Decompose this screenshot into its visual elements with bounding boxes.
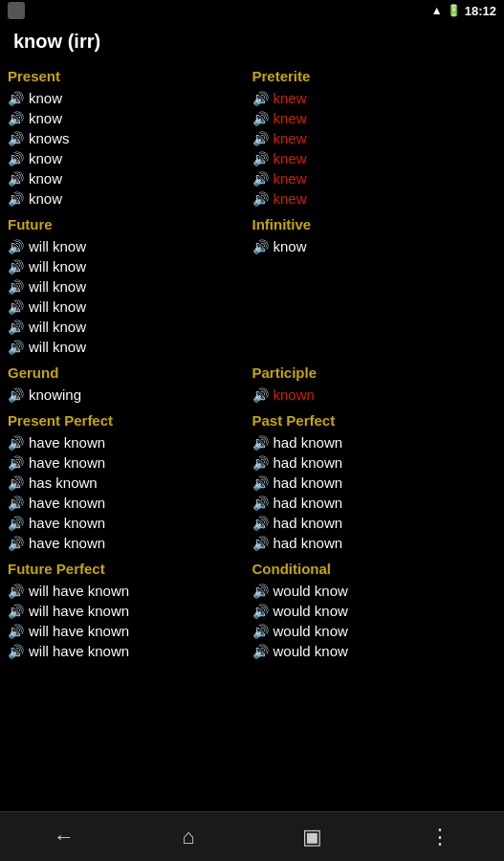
- word-text: know: [29, 110, 62, 126]
- speaker-icon[interactable]: 🔊: [252, 624, 270, 639]
- fp-conditional-section: Future Perfect 🔊will have known 🔊will ha…: [8, 553, 496, 661]
- word-text: have known: [29, 515, 105, 531]
- list-item: 🔊have known: [8, 453, 252, 473]
- speaker-icon[interactable]: 🔊: [8, 279, 25, 295]
- list-item: 🔊know: [8, 188, 252, 209]
- future-section: Future 🔊will know 🔊will know 🔊will know …: [8, 209, 496, 357]
- speaker-icon[interactable]: 🔊: [252, 239, 270, 254]
- speaker-icon[interactable]: 🔊: [252, 387, 270, 403]
- conditional-column: Conditional 🔊would know 🔊would know 🔊wou…: [252, 553, 497, 661]
- home-button[interactable]: ⌂: [163, 817, 213, 857]
- list-item: 🔊will have known: [8, 581, 252, 601]
- word-text: would know: [274, 583, 348, 599]
- speaker-icon[interactable]: 🔊: [252, 584, 270, 599]
- word-text: had known: [274, 475, 343, 491]
- future-column: Future 🔊will know 🔊will know 🔊will know …: [8, 209, 252, 357]
- word-text: will have known: [29, 643, 129, 659]
- speaker-icon[interactable]: 🔊: [8, 299, 25, 315]
- speaker-icon[interactable]: 🔊: [252, 111, 270, 126]
- speaker-icon[interactable]: 🔊: [8, 340, 25, 355]
- speaker-icon[interactable]: 🔊: [8, 131, 25, 146]
- participle-header: Participle: [252, 364, 497, 381]
- present-perfect-column: Present Perfect 🔊have known 🔊have known …: [8, 405, 252, 553]
- speaker-icon[interactable]: 🔊: [8, 584, 25, 599]
- speaker-icon[interactable]: 🔊: [8, 496, 25, 511]
- word-text: has known: [29, 475, 98, 491]
- speaker-icon[interactable]: 🔊: [8, 91, 25, 106]
- speaker-icon[interactable]: 🔊: [252, 191, 270, 207]
- speaker-icon[interactable]: 🔊: [252, 536, 270, 551]
- list-item: 🔊will know: [8, 276, 252, 297]
- speaker-icon[interactable]: 🔊: [252, 475, 270, 491]
- list-item: 🔊know: [8, 88, 252, 108]
- list-item: 🔊knew: [252, 88, 497, 108]
- speaker-icon[interactable]: 🔊: [252, 516, 270, 531]
- status-bar: ▲ 🔋 18:12: [0, 0, 504, 21]
- speaker-icon[interactable]: 🔊: [8, 387, 25, 403]
- speaker-icon[interactable]: 🔊: [8, 191, 25, 207]
- gerund-column: Gerund 🔊knowing: [8, 357, 252, 405]
- status-left: [8, 2, 25, 19]
- speaker-icon[interactable]: 🔊: [252, 604, 270, 619]
- word-text: knew: [274, 150, 307, 166]
- word-text: know: [29, 170, 62, 187]
- speaker-icon[interactable]: 🔊: [252, 151, 270, 166]
- list-item: 🔊had known: [252, 453, 497, 473]
- speaker-icon[interactable]: 🔊: [252, 91, 270, 106]
- content-area: Present 🔊know 🔊know 🔊knows 🔊know 🔊know 🔊…: [0, 60, 504, 718]
- word-text: have known: [29, 454, 105, 471]
- list-item: 🔊will know: [8, 337, 252, 357]
- speaker-icon[interactable]: 🔊: [8, 111, 25, 126]
- word-text: know: [29, 90, 62, 106]
- recent-button[interactable]: ▣: [283, 817, 341, 857]
- word-text: had known: [274, 515, 343, 531]
- list-item: 🔊have known: [8, 432, 252, 453]
- more-button[interactable]: ⋮: [410, 817, 470, 857]
- conditional-header: Conditional: [252, 561, 497, 577]
- list-item: 🔊will know: [8, 297, 252, 317]
- word-text: know: [29, 190, 62, 207]
- speaker-icon[interactable]: 🔊: [252, 131, 270, 146]
- list-item: 🔊had known: [252, 432, 497, 453]
- list-item: 🔊have known: [8, 513, 252, 533]
- speaker-icon[interactable]: 🔊: [8, 455, 25, 471]
- speaker-icon[interactable]: 🔊: [8, 151, 25, 166]
- page-title: know (irr): [0, 21, 504, 60]
- word-text: would know: [274, 603, 348, 619]
- word-text: will know: [29, 238, 86, 254]
- word-text: have known: [29, 535, 105, 551]
- speaker-icon[interactable]: 🔊: [8, 624, 25, 639]
- speaker-icon[interactable]: 🔊: [252, 171, 270, 187]
- speaker-icon[interactable]: 🔊: [8, 475, 25, 491]
- word-text: knew: [274, 110, 307, 126]
- gerund-section: Gerund 🔊knowing Participle 🔊known: [8, 357, 496, 405]
- speaker-icon[interactable]: 🔊: [8, 239, 25, 254]
- speaker-icon[interactable]: 🔊: [8, 320, 25, 335]
- list-item: 🔊will know: [8, 317, 252, 337]
- speaker-icon[interactable]: 🔊: [8, 435, 25, 451]
- word-text: will have known: [29, 603, 129, 619]
- speaker-icon[interactable]: 🔊: [8, 536, 25, 551]
- list-item: 🔊know: [8, 108, 252, 128]
- speaker-icon[interactable]: 🔊: [8, 644, 25, 659]
- word-text: have known: [29, 495, 105, 511]
- speaker-icon[interactable]: 🔊: [252, 455, 270, 471]
- word-text: had known: [274, 535, 343, 551]
- speaker-icon[interactable]: 🔊: [8, 516, 25, 531]
- speaker-icon[interactable]: 🔊: [8, 259, 25, 275]
- infinitive-header: Infinitive: [252, 216, 497, 232]
- perfect-section: Present Perfect 🔊have known 🔊have known …: [8, 405, 496, 553]
- speaker-icon[interactable]: 🔊: [8, 171, 25, 187]
- speaker-icon[interactable]: 🔊: [8, 604, 25, 619]
- list-item: 🔊would know: [252, 641, 497, 661]
- word-text: will know: [29, 319, 86, 335]
- word-text: had known: [274, 454, 343, 471]
- speaker-icon[interactable]: 🔊: [252, 644, 270, 659]
- back-button[interactable]: ←: [34, 817, 94, 857]
- speaker-icon[interactable]: 🔊: [252, 435, 270, 451]
- list-item: 🔊had known: [252, 473, 497, 493]
- list-item: 🔊will have known: [8, 621, 252, 641]
- word-text: knew: [274, 190, 307, 207]
- list-item: 🔊known: [252, 385, 497, 405]
- speaker-icon[interactable]: 🔊: [252, 496, 270, 511]
